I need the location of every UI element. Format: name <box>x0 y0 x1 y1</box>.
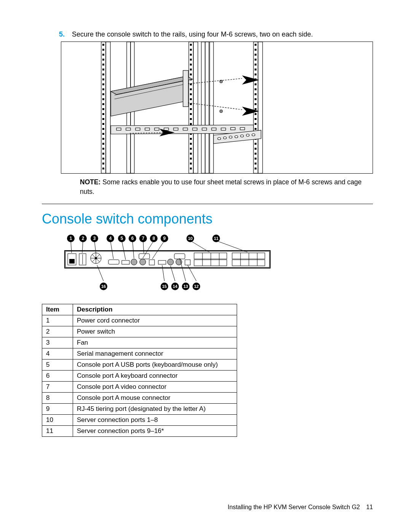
svg-text:13: 13 <box>183 284 188 289</box>
section-heading: Console switch components <box>42 211 373 227</box>
table-row: 4Serial management connector <box>42 348 237 359</box>
svg-point-146 <box>176 259 182 265</box>
svg-rect-103 <box>193 128 197 130</box>
svg-text:3: 3 <box>93 236 96 241</box>
svg-rect-14 <box>102 59 104 61</box>
svg-rect-10 <box>210 42 213 173</box>
svg-rect-69 <box>255 73 256 75</box>
table-row: 9RJ-45 tiering port (designated by the l… <box>42 403 237 414</box>
svg-rect-99 <box>155 128 159 130</box>
svg-rect-140 <box>139 254 150 259</box>
svg-rect-77 <box>255 113 256 115</box>
svg-rect-41 <box>190 64 192 66</box>
svg-rect-51 <box>190 113 192 115</box>
svg-text:14: 14 <box>173 284 178 289</box>
table-row: 1Power cord connector <box>42 315 237 326</box>
svg-rect-26 <box>102 118 104 120</box>
step-5: 5. Secure the console switch to the rail… <box>59 30 373 38</box>
svg-rect-33 <box>102 153 104 155</box>
svg-rect-67 <box>255 64 256 66</box>
svg-rect-11 <box>102 44 104 46</box>
svg-rect-80 <box>255 128 256 130</box>
svg-rect-56 <box>190 138 192 140</box>
svg-rect-78 <box>255 118 256 120</box>
svg-rect-25 <box>102 113 104 115</box>
svg-rect-60 <box>190 158 192 160</box>
footer-title: Installing the HP KVM Server Console Swi… <box>228 504 360 510</box>
svg-rect-128 <box>69 259 75 264</box>
svg-rect-38 <box>190 49 192 51</box>
svg-rect-72 <box>255 88 256 90</box>
svg-line-119 <box>188 78 242 84</box>
svg-point-141 <box>140 259 146 265</box>
svg-rect-12 <box>102 49 104 51</box>
svg-text:6: 6 <box>131 236 134 241</box>
svg-rect-76 <box>255 108 256 110</box>
svg-rect-52 <box>190 118 192 120</box>
svg-rect-20 <box>102 88 104 90</box>
svg-rect-149 <box>194 260 227 266</box>
svg-rect-68 <box>255 69 256 70</box>
table-row: 5Console port A USB ports (keyboard/mous… <box>42 359 237 370</box>
svg-rect-154 <box>232 260 265 266</box>
svg-rect-19 <box>102 83 104 85</box>
svg-text:8: 8 <box>153 236 155 241</box>
page-footer: Installing the HP KVM Server Console Swi… <box>228 504 373 511</box>
table-row: 6Console port A keyboard connector <box>42 370 237 381</box>
svg-rect-17 <box>102 73 104 75</box>
svg-rect-32 <box>102 148 104 150</box>
svg-rect-50 <box>190 108 192 110</box>
svg-rect-138 <box>122 260 129 264</box>
svg-rect-101 <box>174 128 178 130</box>
table-row: 8Console port A mouse connector <box>42 392 237 403</box>
svg-point-118 <box>220 110 223 113</box>
svg-text:15: 15 <box>162 284 167 289</box>
svg-point-139 <box>131 259 137 265</box>
svg-rect-145 <box>174 254 185 259</box>
svg-line-120 <box>188 103 242 110</box>
svg-rect-24 <box>102 108 104 110</box>
svg-rect-37 <box>190 44 192 46</box>
svg-point-112 <box>229 136 232 138</box>
svg-rect-75 <box>255 103 256 105</box>
svg-rect-27 <box>102 123 104 125</box>
svg-rect-31 <box>102 143 104 145</box>
svg-text:10: 10 <box>188 236 193 241</box>
svg-point-144 <box>167 259 174 265</box>
svg-rect-108 <box>240 128 245 130</box>
svg-rect-102 <box>183 128 188 130</box>
svg-rect-143 <box>158 260 166 264</box>
svg-rect-30 <box>102 138 104 140</box>
svg-rect-87 <box>255 163 256 165</box>
svg-rect-105 <box>212 128 216 130</box>
svg-point-115 <box>246 134 249 136</box>
svg-rect-98 <box>145 128 150 130</box>
svg-rect-107 <box>231 128 235 130</box>
svg-marker-123 <box>242 107 259 116</box>
svg-rect-73 <box>255 93 256 95</box>
svg-rect-1 <box>106 42 110 173</box>
svg-rect-36 <box>102 168 104 169</box>
col-item: Item <box>42 304 73 315</box>
svg-rect-16 <box>102 69 104 70</box>
figure-rack-install <box>61 42 373 174</box>
table-row: 10Server connection ports 1–8 <box>42 414 237 425</box>
svg-rect-35 <box>102 163 104 165</box>
table-row: 2Power switch <box>42 326 237 337</box>
note-text: Some racks enable you to use four sheet … <box>80 178 362 195</box>
svg-rect-65 <box>255 54 256 56</box>
svg-rect-13 <box>102 54 104 56</box>
svg-rect-64 <box>255 49 256 51</box>
svg-rect-7 <box>205 42 209 173</box>
svg-rect-21 <box>102 93 104 95</box>
svg-rect-61 <box>190 163 192 165</box>
svg-text:16: 16 <box>101 284 106 289</box>
footer-page-number: 11 <box>366 504 373 510</box>
svg-rect-57 <box>190 143 192 145</box>
svg-rect-83 <box>255 143 256 145</box>
svg-rect-153 <box>232 253 265 259</box>
note-block: NOTE: Some racks enable you to use four … <box>80 177 373 197</box>
svg-rect-84 <box>255 148 256 150</box>
svg-rect-40 <box>190 59 192 61</box>
svg-rect-47 <box>190 93 192 95</box>
